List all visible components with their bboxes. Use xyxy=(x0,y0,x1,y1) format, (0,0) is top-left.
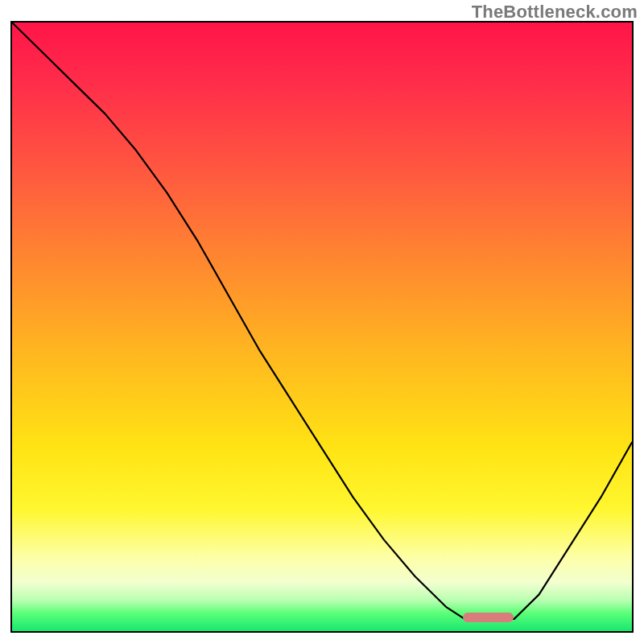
curve-path xyxy=(12,23,632,619)
watermark-label: TheBottleneck.com xyxy=(472,2,638,23)
plot-area xyxy=(10,21,634,633)
bottleneck-curve xyxy=(12,23,632,631)
optimum-marker xyxy=(463,613,514,622)
chart-frame: TheBottleneck.com xyxy=(0,0,644,644)
